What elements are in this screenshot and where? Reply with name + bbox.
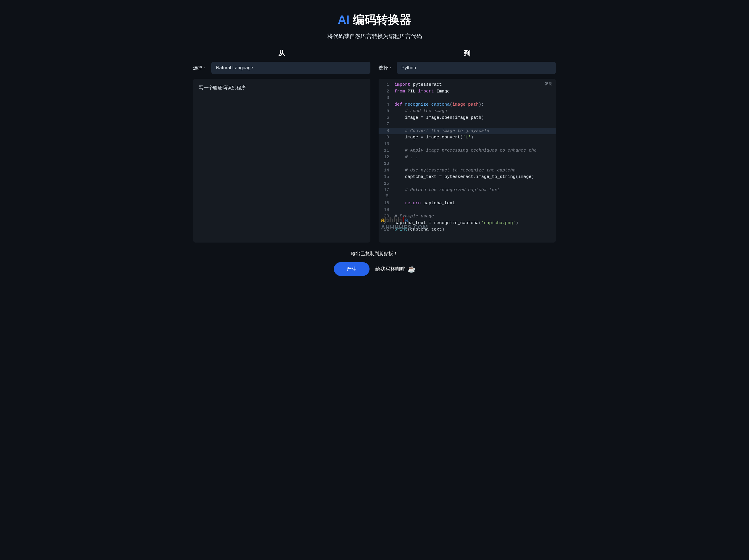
line-content: return captcha_text (394, 200, 556, 207)
line-number: 5 (379, 108, 394, 115)
line-number: 9 (379, 134, 394, 141)
from-language-value: Natural Language (216, 65, 253, 70)
to-editor: 复制 1import pytesseract2from PIL import I… (379, 79, 556, 242)
to-language-select[interactable]: Python (397, 62, 556, 74)
line-number: 10 (379, 141, 394, 148)
footer: 输出已复制到剪贴板！ 产生 给我买杯咖啡 ☕ (193, 251, 556, 276)
line-content: # Convert the image to grayscale (394, 128, 556, 135)
line-number: 18 (379, 200, 394, 207)
title-ai-part: AI (338, 13, 349, 26)
line-number: 7 (379, 121, 394, 128)
code-line: 13 (379, 160, 556, 167)
to-select-label: 选择： (379, 65, 393, 71)
code-line: 16 (379, 180, 556, 187)
header: AI 编码转换器 将代码或自然语言转换为编程语言代码 (193, 12, 556, 40)
line-number: 22 (379, 227, 394, 233)
line-number: 19 (379, 207, 394, 214)
line-number: 16 (379, 180, 394, 187)
code-line: 18 return captcha_text (379, 200, 556, 207)
line-content: # Apply image processing techniques to e… (394, 148, 556, 154)
title-rest-part: 编码转换器 (349, 13, 411, 26)
page-subtitle: 将代码或自然语言转换为编程语言代码 (193, 33, 556, 40)
line-content: # Example usage (394, 213, 556, 220)
from-input-text[interactable]: 写一个验证码识别程序 (193, 79, 370, 242)
code-line: 9 image = image.convert('L') (379, 134, 556, 141)
code-line: 22print(captcha_text) (379, 227, 556, 233)
code-line: 7 (379, 121, 556, 128)
generate-button[interactable]: 产生 (334, 262, 369, 276)
line-content: # Return the recognized captcha text (394, 187, 556, 194)
code-line: 3 (379, 95, 556, 102)
line-content: captcha_text = recognize_captcha('captch… (394, 220, 556, 227)
line-content: # Use pytesseract to recognize the captc… (394, 167, 556, 174)
line-content: image = image.convert('L') (394, 134, 556, 141)
line-content: # Load the image (394, 108, 556, 115)
line-number: 15 (379, 174, 394, 180)
code-line: 10 (379, 141, 556, 148)
from-language-select[interactable]: Natural Language (211, 62, 370, 74)
from-heading: 从 (193, 49, 370, 58)
code-line: 17 号 # Return the recognized captcha tex… (379, 187, 556, 200)
to-language-value: Python (401, 65, 416, 70)
line-content: image = Image.open(image_path) (394, 115, 556, 122)
line-number: 4 (379, 102, 394, 108)
line-number: 12 (379, 154, 394, 161)
code-line: 14 # Use pytesseract to recognize the ca… (379, 167, 556, 174)
line-number: 6 (379, 115, 394, 122)
code-line: 11 # Apply image processing techniques t… (379, 148, 556, 154)
from-panel: 从 选择： Natural Language 写一个验证码识别程序 (193, 49, 370, 242)
line-content: # ... (394, 154, 556, 161)
code-line: 21captcha_text = recognize_captcha('capt… (379, 220, 556, 227)
code-line: 4def recognize_captcha(image_path): (379, 102, 556, 108)
code-line: 2from PIL import Image (379, 88, 556, 95)
code-line: 5 # Load the image (379, 108, 556, 115)
line-number: 3 (379, 95, 394, 102)
code-line: 8 # Convert the image to grayscale (379, 128, 556, 135)
code-line: 1import pytesseract (379, 82, 556, 88)
line-number: 20 (379, 213, 394, 220)
page-title: AI 编码转换器 (193, 12, 556, 28)
line-content: captcha_text = pytesseract.image_to_stri… (394, 174, 556, 180)
from-select-row: 选择： Natural Language (193, 62, 370, 74)
status-text: 输出已复制到剪贴板！ (193, 251, 556, 257)
line-number: 1 (379, 82, 394, 88)
code-line: 6 image = Image.open(image_path) (379, 115, 556, 122)
line-content: def recognize_captcha(image_path): (394, 102, 556, 108)
to-panel: 到 选择： Python 复制 1import pytesseract2from… (379, 49, 556, 242)
line-number: 21 (379, 220, 394, 227)
line-content: from PIL import Image (394, 88, 556, 95)
line-number: 14 (379, 167, 394, 174)
code-line: 19 (379, 207, 556, 214)
code-line: 20# Example usage (379, 213, 556, 220)
line-number: 17 号 (379, 187, 394, 200)
coffee-link[interactable]: 给我买杯咖啡 ☕ (376, 265, 415, 273)
to-select-row: 选择： Python (379, 62, 556, 74)
to-heading: 到 (379, 49, 556, 58)
line-content: print(captcha_text) (394, 227, 556, 233)
code-line: 12 # ... (379, 154, 556, 161)
line-number: 11 (379, 148, 394, 154)
line-number: 8 (379, 128, 394, 135)
coffee-icon: ☕ (408, 265, 415, 273)
from-select-label: 选择： (193, 65, 207, 71)
copy-button[interactable]: 复制 (545, 81, 552, 86)
action-row: 产生 给我买杯咖啡 ☕ (334, 262, 415, 276)
code-line: 15 captcha_text = pytesseract.image_to_s… (379, 174, 556, 180)
code-output[interactable]: 1import pytesseract2from PIL import Imag… (379, 79, 556, 242)
line-number: 2 (379, 88, 394, 95)
line-number: 13 (379, 160, 394, 167)
line-content: import pytesseract (394, 82, 556, 88)
coffee-label: 给我买杯咖啡 (376, 266, 405, 273)
from-editor[interactable]: 写一个验证码识别程序 (193, 79, 370, 242)
